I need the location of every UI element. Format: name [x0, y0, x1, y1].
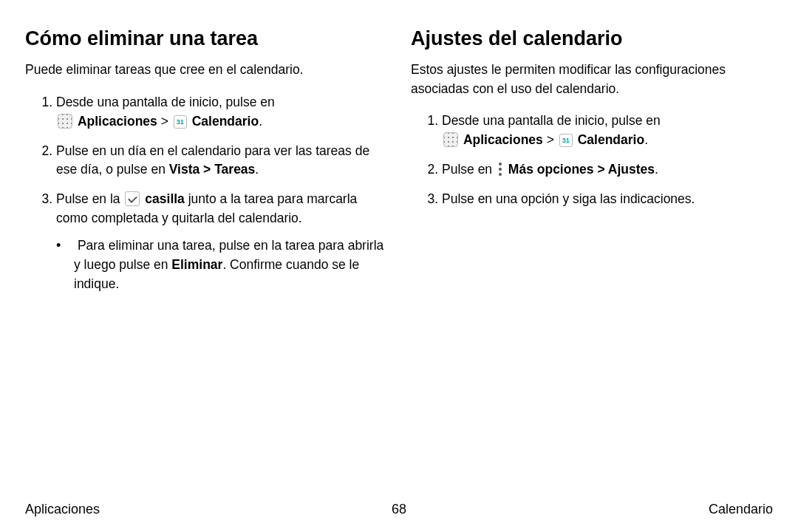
right-intro: Estos ajustes le permiten modificar las …: [411, 61, 773, 98]
left-heading: Cómo eliminar una tarea: [25, 27, 387, 50]
page-footer: Aplicaciones 68 Calendario: [25, 488, 773, 517]
left-step-2: Pulse en un día en el calendario para ve…: [56, 142, 387, 180]
left-steps: Desde una pantalla de inicio, pulse en A…: [25, 93, 387, 294]
left-step-1: Desde una pantalla de inicio, pulse en A…: [56, 93, 387, 132]
right-column: Ajustes del calendario Estos ajustes le …: [411, 27, 773, 488]
apps-icon: [443, 132, 458, 147]
left-step-3a: Pulse en la: [56, 191, 123, 206]
left-intro: Puede eliminar tareas que cree en el cal…: [25, 61, 387, 79]
right-step-2: Pulse en Más opciones > Ajustes.: [442, 160, 773, 180]
left-cal-label: Calendario: [192, 114, 259, 129]
checkbox-icon: [125, 191, 140, 206]
right-apps-label: Aplicaciones: [463, 132, 543, 147]
footer-left: Aplicaciones: [25, 502, 274, 517]
manual-page: Cómo eliminar una tarea Puede eliminar t…: [0, 0, 798, 532]
left-step-3: Pulse en la casilla junto a la tarea par…: [56, 190, 387, 293]
footer-right: Calendario: [524, 502, 773, 517]
right-heading: Ajustes del calendario: [411, 27, 773, 50]
right-cal-label: Calendario: [578, 132, 644, 147]
left-apps-label: Aplicaciones: [78, 114, 157, 129]
left-arrow-1: >: [157, 114, 172, 129]
apps-icon: [58, 114, 72, 129]
two-column-layout: Cómo eliminar una tarea Puede eliminar t…: [25, 27, 773, 488]
right-step-2a: Pulse en: [442, 162, 496, 177]
right-step-1: Desde una pantalla de inicio, pulse en A…: [442, 112, 773, 150]
right-step-2-bold: Más opciones > Ajustes: [508, 162, 655, 177]
right-step-3-text: Pulse en una opción y siga las indicacio…: [442, 191, 695, 206]
left-step-2-bold: Vista > Tareas: [169, 162, 256, 177]
right-arrow-1: >: [543, 132, 558, 147]
more-options-icon: [497, 163, 504, 176]
left-sub-bold: Eliminar: [171, 257, 222, 272]
right-step-3: Pulse en una opción y siga las indicacio…: [442, 190, 773, 209]
footer-page-number: 68: [274, 502, 523, 517]
left-sublist: Para eliminar una tarea, pulse en la tar…: [56, 236, 387, 294]
left-step-1-text: Desde una pantalla de inicio, pulse en: [56, 95, 275, 109]
calendar-icon: [174, 115, 187, 129]
left-step-3-bold: casilla: [145, 191, 185, 206]
left-sub-item: Para eliminar una tarea, pulse en la tar…: [74, 236, 387, 294]
left-column: Cómo eliminar una tarea Puede eliminar t…: [25, 27, 387, 488]
right-step-1-text: Desde una pantalla de inicio, pulse en: [442, 113, 661, 128]
calendar-icon: [559, 134, 573, 147]
right-steps: Desde una pantalla de inicio, pulse en A…: [411, 112, 773, 209]
